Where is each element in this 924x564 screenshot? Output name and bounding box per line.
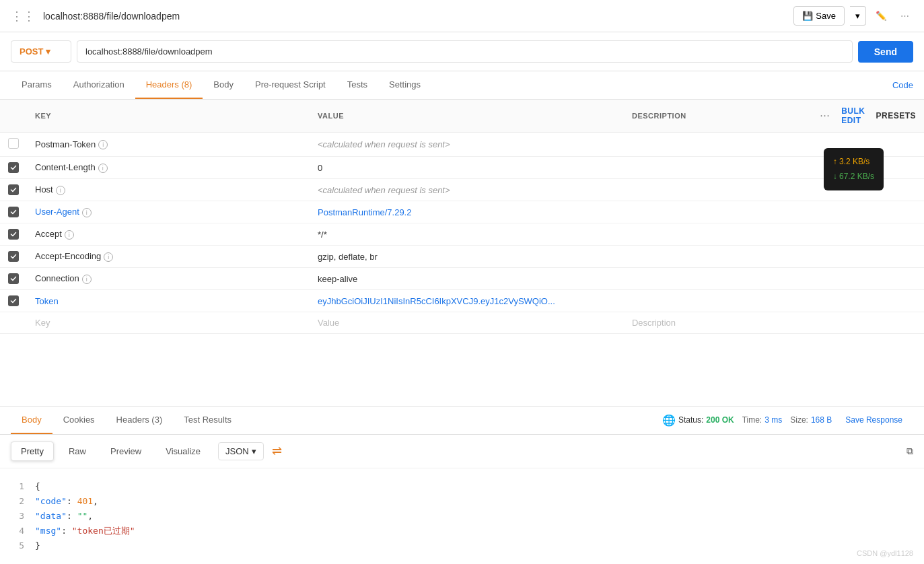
- row-checkbox[interactable]: [8, 229, 19, 240]
- bulk-edit-button[interactable]: Bulk Edit: [841, 106, 865, 125]
- row-value: gzip, deflate, br: [318, 252, 378, 262]
- row-value: 0: [318, 163, 322, 173]
- globe-icon: 🌐: [662, 414, 676, 427]
- row-key: Postman-Token: [35, 139, 96, 149]
- table-row: Accepti*/*: [0, 223, 924, 246]
- size-label: Size:: [790, 415, 808, 425]
- tab-pre-request-script[interactable]: Pre-request Script: [244, 71, 336, 99]
- row-description: [624, 179, 812, 201]
- time-value: 3 ms: [765, 415, 782, 425]
- code-line: 1{: [11, 479, 913, 494]
- send-button[interactable]: Send: [858, 41, 913, 63]
- json-format-select[interactable]: JSON ▾: [218, 442, 264, 460]
- row-checkbox[interactable]: [8, 295, 19, 306]
- row-description: [624, 268, 812, 290]
- save-icon: 💾: [802, 11, 813, 21]
- tab-params[interactable]: Params: [11, 71, 63, 99]
- response-tab-cookies[interactable]: Cookies: [52, 407, 106, 434]
- col-desc: DESCRIPTION: [624, 100, 812, 133]
- row-checkbox[interactable]: [8, 251, 19, 262]
- more-options-icon[interactable]: ···: [820, 112, 830, 120]
- format-tab-visualize[interactable]: Visualize: [156, 442, 210, 460]
- response-toolbar: Pretty Raw Preview Visualize JSON ▾ ⇌ ⧉: [0, 435, 924, 468]
- info-icon[interactable]: i: [98, 140, 108, 149]
- tab-authorization[interactable]: Authorization: [63, 71, 135, 99]
- url-input[interactable]: [77, 40, 853, 63]
- table-row: Postman-Tokeni<calculated when request i…: [0, 133, 924, 157]
- format-tab-preview[interactable]: Preview: [101, 442, 151, 460]
- row-checkbox[interactable]: [8, 138, 19, 149]
- col-value: VALUE: [310, 100, 624, 133]
- request-bar: POST ▾ Send: [0, 32, 924, 71]
- tab-headers[interactable]: Headers (8): [135, 71, 203, 99]
- row-key: Token: [35, 296, 59, 306]
- table-row: Content-Lengthi0: [0, 157, 924, 179]
- row-key: Content-Length: [35, 162, 96, 172]
- save-button[interactable]: 💾 Save: [793, 6, 845, 26]
- row-description: [624, 157, 812, 179]
- drag-handle: ⋮⋮: [11, 9, 35, 24]
- response-tab-body[interactable]: Body: [11, 407, 52, 434]
- row-value: <calculated when request is sent>: [318, 185, 450, 195]
- row-key: User-Agent: [35, 207, 79, 217]
- tab-code[interactable]: Code: [892, 72, 913, 98]
- placeholder-description: Description: [624, 312, 812, 334]
- edit-button[interactable]: ✏️: [872, 7, 891, 25]
- row-checkbox[interactable]: [8, 273, 19, 284]
- row-value: */*: [318, 230, 327, 240]
- method-chevron-icon: ▾: [46, 46, 50, 57]
- format-tab-pretty[interactable]: Pretty: [11, 442, 54, 461]
- code-line: 2"code": 401,: [11, 494, 913, 509]
- tab-body[interactable]: Body: [203, 71, 244, 99]
- network-download: ↓ 67.2 KB/s: [833, 170, 874, 184]
- size-value: 168 B: [811, 415, 832, 425]
- json-label: JSON: [225, 446, 249, 456]
- row-checkbox[interactable]: [8, 162, 19, 173]
- method-select[interactable]: POST ▾: [11, 40, 71, 63]
- code-line: 4"msg": "token已过期": [11, 524, 913, 538]
- row-checkbox[interactable]: [8, 184, 19, 195]
- row-key: Connection: [35, 273, 79, 283]
- row-value: PostmanRuntime/7.29.2: [318, 207, 411, 217]
- headers-table: KEY VALUE DESCRIPTION ··· Bulk Edit Pres…: [0, 100, 924, 334]
- placeholder-value[interactable]: Value: [310, 312, 624, 334]
- network-tooltip: ↑ 3.2 KB/s ↓ 67.2 KB/s: [824, 148, 884, 190]
- row-value: eyJhbGciOiJIUzI1NiIsInR5cCI6IkpXVCJ9.eyJ…: [318, 296, 555, 306]
- save-dropdown-button[interactable]: ▾: [850, 6, 866, 26]
- table-header-row: KEY VALUE DESCRIPTION ··· Bulk Edit Pres…: [0, 100, 924, 133]
- table-row: Connectionikeep-alive: [0, 268, 924, 290]
- response-tab-test-results[interactable]: Test Results: [173, 407, 242, 434]
- col-actions: ··· Bulk Edit Presets: [812, 100, 924, 133]
- copy-icon[interactable]: ⧉: [907, 446, 913, 457]
- save-response-button[interactable]: Save Response: [845, 415, 902, 425]
- info-icon[interactable]: i: [104, 252, 113, 262]
- title-bar: ⋮⋮ localhost:8888/file/downloadpem 💾 Sav…: [0, 0, 924, 32]
- row-description: [624, 201, 812, 223]
- status-bar: 🌐 Status: 200 OK Time: 3 ms Size: 168 B …: [651, 414, 913, 427]
- headers-section: KEY VALUE DESCRIPTION ··· Bulk Edit Pres…: [0, 100, 924, 334]
- placeholder-key[interactable]: Key: [27, 312, 310, 334]
- tab-tests[interactable]: Tests: [336, 71, 378, 99]
- main-content: POST ▾ Send Params Authorization Headers…: [0, 32, 924, 564]
- row-description: [624, 223, 812, 246]
- json-chevron-icon: ▾: [252, 446, 256, 456]
- presets-button[interactable]: Presets: [876, 111, 916, 120]
- row-key: Host: [35, 184, 53, 195]
- status-value: 200 OK: [706, 415, 734, 425]
- info-icon[interactable]: i: [56, 186, 65, 195]
- title-actions: 💾 Save ▾ ✏️ ⋯: [793, 6, 913, 26]
- more-button[interactable]: ⋯: [896, 7, 913, 25]
- row-value: <calculated when request is sent>: [318, 139, 450, 149]
- row-checkbox[interactable]: [8, 207, 19, 217]
- code-block: 1{2"code": 401,3"data": "",4"msg": "toke…: [0, 468, 924, 564]
- info-icon[interactable]: i: [82, 275, 92, 284]
- info-icon[interactable]: i: [65, 230, 74, 240]
- title-url: localhost:8888/file/downloadpem: [43, 11, 793, 22]
- tab-settings[interactable]: Settings: [378, 71, 431, 99]
- info-icon[interactable]: i: [82, 208, 92, 217]
- format-tab-raw[interactable]: Raw: [59, 442, 96, 460]
- table-row: Accept-Encodingigzip, deflate, br: [0, 246, 924, 268]
- info-icon[interactable]: i: [98, 164, 108, 173]
- response-tab-headers[interactable]: Headers (3): [106, 407, 174, 434]
- wrap-icon[interactable]: ⇌: [272, 444, 282, 458]
